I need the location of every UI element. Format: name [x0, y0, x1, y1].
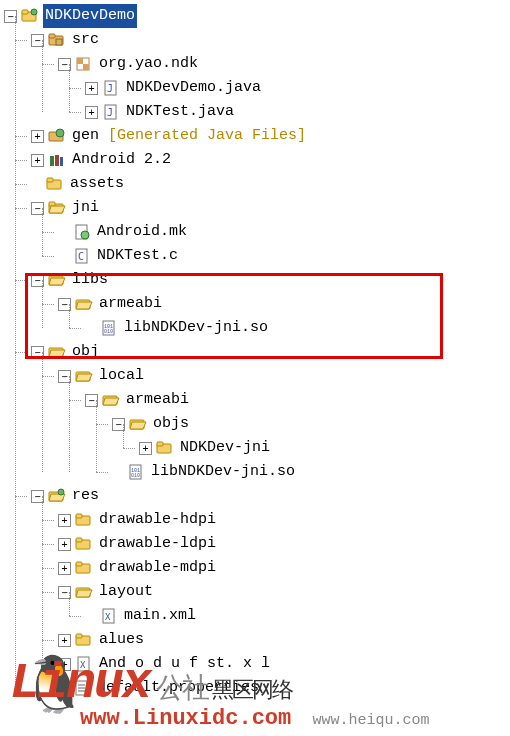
layout-folder[interactable]: − layout	[58, 580, 510, 604]
file-label: Android.mk	[95, 220, 189, 244]
libs-folder[interactable]: − libs	[31, 268, 510, 292]
svg-rect-16	[55, 155, 59, 166]
objs-folder[interactable]: − objs	[112, 412, 510, 436]
toggle-none	[58, 251, 69, 262]
jni-folder[interactable]: − jni	[31, 196, 510, 220]
svg-text:010: 010	[104, 329, 113, 335]
assets-label: assets	[68, 172, 126, 196]
binary-file-icon: 101010	[127, 463, 145, 481]
folder-icon	[75, 535, 93, 553]
folder-open-icon	[75, 295, 93, 313]
folder-label: drawable-mdpi	[97, 556, 218, 580]
mk-file-icon	[73, 223, 91, 241]
so-file2[interactable]: 101010 libNDKDev-jni.so	[112, 460, 510, 484]
local-folder[interactable]: − local	[58, 364, 510, 388]
binary-file-icon: 101010	[100, 319, 118, 337]
folder-icon	[75, 559, 93, 577]
file-label: main.xml	[122, 604, 198, 628]
armeabi-label: armeabi	[124, 388, 191, 412]
gen-folder[interactable]: + gen [Generated Java Files]	[31, 124, 510, 148]
svg-rect-43	[157, 442, 163, 446]
watermark: Linux 公社 黑区网络 www.Linuxidc.com www.heiqu…	[10, 655, 500, 731]
svg-rect-19	[47, 178, 53, 182]
svg-marker-35	[49, 350, 65, 357]
drawable-mdpi[interactable]: + drawable-mdpi	[58, 556, 510, 580]
svg-marker-28	[49, 278, 65, 285]
toggle-plus-icon[interactable]: +	[58, 538, 71, 551]
java-file[interactable]: + J NDKTest.java	[85, 100, 510, 124]
obj-folder[interactable]: − obj	[31, 340, 510, 364]
folder-open-icon	[48, 343, 66, 361]
folder-icon	[46, 175, 64, 193]
package-node[interactable]: − org.yao.ndk	[58, 52, 510, 76]
drawable-hdpi[interactable]: + drawable-hdpi	[58, 508, 510, 532]
toggle-plus-icon[interactable]: +	[31, 154, 44, 167]
svg-rect-7	[77, 58, 83, 64]
toggle-plus-icon[interactable]: +	[31, 130, 44, 143]
svg-rect-55	[76, 562, 82, 566]
c-file[interactable]: C NDKTest.c	[58, 244, 510, 268]
project-icon	[21, 7, 39, 25]
toggle-plus-icon[interactable]: +	[58, 514, 71, 527]
armeabi-folder[interactable]: − armeabi	[58, 292, 510, 316]
toggle-plus-icon[interactable]: +	[85, 106, 98, 119]
folder-open-icon	[129, 415, 147, 433]
svg-marker-30	[76, 302, 92, 309]
java-file-icon: J	[102, 103, 120, 121]
mk-file[interactable]: Android.mk	[58, 220, 510, 244]
svg-marker-22	[49, 206, 65, 213]
android-lib[interactable]: + Android 2.2	[31, 148, 510, 172]
svg-text:J: J	[107, 83, 113, 94]
svg-point-49	[58, 489, 64, 495]
android-label: Android 2.2	[70, 148, 173, 172]
values-folder[interactable]: + alues	[58, 628, 510, 652]
xml-file[interactable]: X main.xml	[85, 604, 510, 628]
svg-text:J: J	[107, 107, 113, 118]
drawable-ldpi[interactable]: + drawable-ldpi	[58, 532, 510, 556]
src-folder[interactable]: − src	[31, 28, 510, 52]
obj-label: obj	[70, 340, 101, 364]
svg-text:X: X	[105, 612, 111, 622]
file-label: NDKTest.java	[124, 100, 236, 124]
local-label: local	[97, 364, 146, 388]
file-label: libNDKDev-jni.so	[122, 316, 270, 340]
armeabi-label: armeabi	[97, 292, 164, 316]
svg-text:010: 010	[131, 473, 140, 479]
svg-rect-8	[83, 64, 89, 70]
src-label: src	[70, 28, 101, 52]
svg-rect-21	[49, 202, 55, 206]
folder-icon	[156, 439, 174, 457]
xml-file-icon: X	[100, 607, 118, 625]
svg-rect-15	[50, 156, 54, 166]
library-icon	[48, 151, 66, 169]
java-file[interactable]: + J NDKDevDemo.java	[85, 76, 510, 100]
folder-icon	[75, 631, 93, 649]
svg-rect-51	[76, 514, 82, 518]
brand-cn1: 公社	[156, 669, 208, 707]
toggle-plus-icon[interactable]: +	[139, 442, 152, 455]
package-label: org.yao.ndk	[97, 52, 200, 76]
libs-label: libs	[70, 268, 110, 292]
tree-root[interactable]: − NDKDevDemo	[4, 4, 510, 28]
toggle-plus-icon[interactable]: +	[85, 82, 98, 95]
toggle-plus-icon[interactable]: +	[58, 634, 71, 647]
toggle-none	[31, 179, 42, 190]
armeabi2-folder[interactable]: − armeabi	[85, 388, 510, 412]
project-tree: − NDKDevDemo − src − org.yao.ndk	[0, 0, 510, 700]
so-file[interactable]: 101010 libNDKDev-jni.so	[85, 316, 510, 340]
svg-marker-39	[103, 398, 119, 405]
file-label: NDKDevDemo.java	[124, 76, 263, 100]
assets-folder[interactable]: assets	[31, 172, 510, 196]
project-name[interactable]: NDKDevDemo	[43, 4, 137, 28]
folder-open-icon	[102, 391, 120, 409]
toggle-plus-icon[interactable]: +	[58, 562, 71, 575]
gen-label: gen [Generated Java Files]	[70, 124, 308, 148]
folder-open-icon	[48, 271, 66, 289]
folder-open-icon	[48, 199, 66, 217]
toggle-none	[85, 611, 96, 622]
src-folder-icon	[48, 31, 66, 49]
ndkdev-folder[interactable]: + NDKDev-jni	[139, 436, 510, 460]
res-folder[interactable]: − res	[31, 484, 510, 508]
values-label: alues	[97, 628, 146, 652]
gen-folder-icon	[48, 127, 66, 145]
